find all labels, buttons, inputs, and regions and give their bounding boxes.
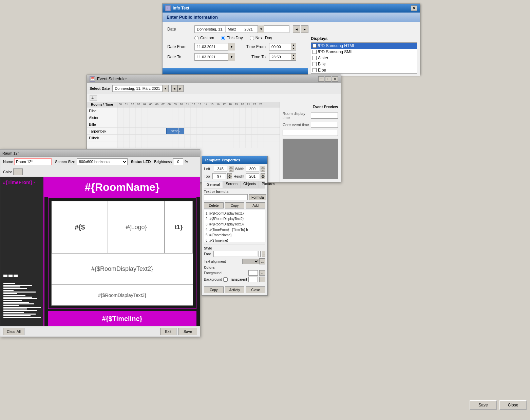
cell-0-0[interactable] [117,107,124,114]
cell-0-5[interactable] [148,107,154,114]
cell-4-22[interactable] [252,135,258,141]
cell-4-1[interactable] [124,135,130,141]
cell-4-20[interactable] [240,135,246,141]
cell-5-7[interactable] [160,141,166,148]
cell-4-12[interactable] [191,135,197,141]
cell-2-12[interactable] [191,121,197,127]
formula-item-1[interactable]: 2: #{$RoomDisplayText2} [205,216,264,222]
radio-next-day[interactable]: Next Day [250,36,272,40]
cell-5-19[interactable] [233,141,240,148]
cell-0-18[interactable] [227,107,233,114]
height-up[interactable]: ▲ [261,173,265,176]
cell-5-23[interactable] [258,141,264,148]
tab-screen[interactable]: Screen [223,181,241,188]
cell-1-3[interactable] [136,114,142,121]
cell-0-15[interactable] [209,107,215,114]
cell-1-15[interactable] [209,114,215,121]
time-to-up[interactable]: ▲ [291,54,296,57]
cell-1-2[interactable] [130,114,136,121]
cell-3-2[interactable] [130,128,136,134]
cell-0-1[interactable] [124,107,130,114]
radio-custom[interactable]: Custom [194,36,214,40]
date-selector-arrow[interactable]: ▼ [162,85,168,92]
scheduler-nav-prev[interactable]: ◄ [171,85,177,92]
main-close-btn[interactable]: Close [499,400,527,410]
cell-0-4[interactable] [142,107,148,114]
cell-1-16[interactable] [215,114,221,121]
cell-4-11[interactable] [185,135,191,141]
cell-4-21[interactable] [246,135,252,141]
formula-item-5[interactable]: 6: #{$Timeline} [205,238,264,242]
cell-4-19[interactable] [233,135,240,141]
text-formula-input[interactable] [204,194,248,200]
text-align-extra-btn[interactable]: ... [259,258,265,264]
cell-4-8[interactable] [166,135,172,141]
date-combo[interactable]: Donnerstag, 11. März 2021 ▼ [194,25,289,33]
cell-1-22[interactable] [252,114,258,121]
cell-0-23[interactable] [258,107,264,114]
date-dropdown-arrow[interactable]: ▼ [258,25,264,33]
cell-5-8[interactable] [166,141,172,148]
cell-2-23[interactable] [258,121,264,127]
cell-4-13[interactable] [197,135,203,141]
cell-5-9[interactable] [172,141,178,148]
width-input[interactable] [246,166,259,172]
cell-0-20[interactable] [240,107,246,114]
cell-0-19[interactable] [233,107,240,114]
cell-3-6[interactable] [154,128,160,134]
display-item-0[interactable]: !PD Samsung HTML [311,43,417,49]
cell-3-19[interactable] [233,128,240,134]
cell-0-2[interactable] [130,107,136,114]
cell-5-0[interactable] [117,141,124,148]
cell-2-16[interactable] [215,121,221,127]
cell-1-14[interactable] [203,114,209,121]
cell-1-11[interactable] [185,114,191,121]
cell-3-5[interactable] [148,128,154,134]
width-down[interactable]: ▼ [261,169,265,172]
left-input[interactable] [214,166,227,172]
add-btn[interactable]: Add [246,202,265,208]
font-input[interactable] [213,251,257,257]
cell-5-13[interactable] [197,141,203,148]
tab-pictures[interactable]: Pictures [259,181,278,188]
cell-3-12[interactable] [191,128,197,134]
cell-1-6[interactable] [154,114,160,121]
cell-3-15[interactable] [209,128,215,134]
display-item-1[interactable]: !PD Samsung SMIL [311,49,417,55]
cell-4-23[interactable] [258,135,264,141]
activity-btn[interactable]: Activity [225,286,245,293]
cell-2-1[interactable] [124,121,130,127]
time-from-input[interactable]: 00:00 ▲ ▼ [269,43,296,51]
cell-5-6[interactable] [154,141,160,148]
cell-4-14[interactable] [203,135,209,141]
cell-4-0[interactable] [117,135,124,141]
cell-0-8[interactable] [166,107,172,114]
close-btn[interactable]: ✕ [411,5,417,11]
cell-1-5[interactable] [148,114,154,121]
cell-1-0[interactable] [117,114,124,121]
cell-0-14[interactable] [203,107,209,114]
cell-2-18[interactable] [227,121,233,127]
cell-3-11[interactable] [185,128,191,134]
cell-3-10[interactable] [178,128,185,134]
cell-0-7[interactable] [160,107,166,114]
time-to-input[interactable]: 23:59 ▲ ▼ [269,53,296,61]
cell-3-23[interactable] [258,128,264,134]
top-up[interactable]: ▲ [227,173,232,176]
cell-2-8[interactable] [166,121,172,127]
cell-0-9[interactable] [172,107,178,114]
display-checkbox-2[interactable] [313,56,317,60]
preview-extra-input[interactable] [283,130,338,136]
props-close-btn[interactable]: Close [246,286,265,293]
cell-4-5[interactable] [148,135,154,141]
nav-prev-btn[interactable]: ◄ [293,25,300,33]
date-to-input[interactable]: 11.03.2021 ▼ [194,53,235,61]
cell-2-6[interactable] [154,121,160,127]
display-checkbox-4[interactable] [313,68,317,72]
cell-1-12[interactable] [191,114,197,121]
room-display-time-input[interactable] [311,113,338,119]
cell-5-2[interactable] [130,141,136,148]
display-item-4[interactable]: Elbe [311,67,417,73]
cell-3-0[interactable] [117,128,124,134]
cell-2-9[interactable] [172,121,178,127]
